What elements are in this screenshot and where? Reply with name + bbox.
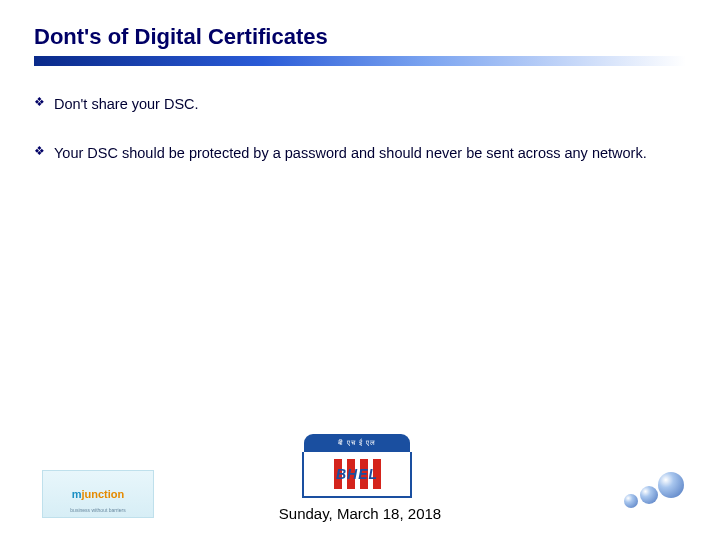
bullet-item: Don't share your DSC.: [34, 94, 686, 115]
bhel-logo-body: BHEL: [302, 452, 412, 498]
bhel-logo: बी एच ई एल BHEL: [304, 434, 410, 498]
bullet-item: Your DSC should be protected by a passwo…: [34, 143, 686, 164]
slide-title: Dont's of Digital Certificates: [34, 24, 686, 50]
mjunction-logo-text: mjunction: [72, 488, 125, 500]
bullet-list: Don't share your DSC. Your DSC should be…: [34, 94, 686, 164]
title-underline: [34, 56, 686, 66]
slide: Dont's of Digital Certificates Don't sha…: [0, 0, 720, 540]
bhel-text: BHEL: [336, 466, 378, 482]
footer-date: Sunday, March 18, 2018: [0, 505, 720, 522]
mjunction-junction: junction: [82, 488, 125, 500]
bhel-hindi-text: बी एच ई एल: [304, 434, 410, 452]
footer: mjunction business without barriers बी ए…: [0, 422, 720, 532]
mjunction-m: m: [72, 488, 82, 500]
